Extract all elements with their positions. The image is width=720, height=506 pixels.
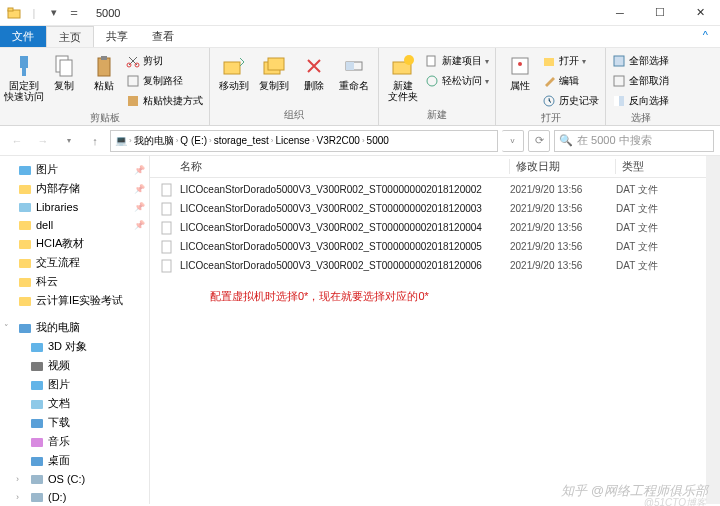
svg-rect-1 — [8, 8, 13, 11]
back-button[interactable]: ← — [6, 130, 28, 152]
expand-icon[interactable]: › — [16, 474, 19, 484]
file-icon — [160, 259, 174, 273]
ribbon-collapse-button[interactable]: ^ — [691, 26, 720, 47]
bc-pc-icon[interactable]: 💻 — [115, 135, 127, 146]
qat-dropdown-icon[interactable]: ▾ — [46, 5, 62, 21]
svg-rect-37 — [19, 324, 31, 333]
col-name[interactable]: 名称 — [150, 159, 510, 174]
svg-rect-19 — [427, 56, 435, 66]
file-list[interactable]: LICOceanStorDorado5000V3_V300R002_ST0000… — [150, 178, 706, 277]
paste-button[interactable]: 粘贴 — [86, 50, 122, 110]
selectnone-button[interactable]: 全部取消 — [612, 72, 669, 90]
group-new-label: 新建 — [385, 107, 489, 123]
bc-segment[interactable]: 5000 — [367, 135, 389, 146]
svg-rect-30 — [19, 185, 31, 194]
expand-icon[interactable]: › — [16, 492, 19, 502]
svg-rect-40 — [31, 381, 43, 390]
copyto-button[interactable]: 复制到 — [256, 50, 292, 107]
nav-item[interactable]: 内部存储 — [0, 179, 149, 198]
invert-button[interactable]: 反向选择 — [612, 92, 669, 110]
easyaccess-button[interactable]: 轻松访问▾ — [425, 72, 489, 90]
column-headers[interactable]: 名称 修改日期 类型 — [150, 156, 706, 178]
nav-item[interactable]: ›OS (C:) — [0, 470, 149, 488]
open-button[interactable]: 打开▾ — [542, 52, 599, 70]
nav-item[interactable]: ›(D:) — [0, 488, 149, 504]
bc-dropdown-button[interactable]: v — [502, 130, 524, 152]
cut-button[interactable]: 剪切 — [126, 52, 203, 70]
tab-share[interactable]: 共享 — [94, 26, 140, 47]
col-date[interactable]: 修改日期 — [510, 159, 616, 174]
bc-segment[interactable]: storage_test — [214, 135, 269, 146]
file-icon — [160, 183, 174, 197]
file-row[interactable]: LICOceanStorDorado5000V3_V300R002_ST0000… — [150, 199, 706, 218]
ribbon: 固定到 快速访问 复制 粘贴 剪切 复制路径 粘贴快捷方式 剪贴板 移动到 复制… — [0, 48, 720, 126]
delete-button[interactable]: 删除 — [296, 50, 332, 107]
minimize-button[interactable]: ─ — [600, 0, 640, 26]
bc-segment[interactable]: V3R2C00 — [317, 135, 360, 146]
nav-pane[interactable]: 图片内部存储LibrariesdellHCIA教材交互流程科云云计算IE实验考试… — [0, 156, 150, 504]
pasteshortcut-button[interactable]: 粘贴快捷方式 — [126, 92, 203, 110]
window-title: 5000 — [88, 7, 600, 19]
nav-item[interactable]: 下载 — [0, 413, 149, 432]
col-type[interactable]: 类型 — [616, 159, 680, 174]
edit-button[interactable]: 编辑 — [542, 72, 599, 90]
file-icon — [160, 202, 174, 216]
address-bar: ← → ▾ ↑ 💻›我的电脑›Q (E:)›storage_test›Licen… — [0, 126, 720, 156]
tab-home[interactable]: 主页 — [46, 26, 94, 47]
nav-item[interactable]: 图片 — [0, 375, 149, 394]
nav-item[interactable]: 科云 — [0, 272, 149, 291]
file-row[interactable]: LICOceanStorDorado5000V3_V300R002_ST0000… — [150, 237, 706, 256]
refresh-button[interactable]: ⟳ — [528, 130, 550, 152]
search-icon: 🔍 — [559, 134, 573, 147]
folder-icon — [18, 237, 32, 251]
nav-item[interactable]: Libraries — [0, 198, 149, 216]
bc-segment[interactable]: 我的电脑 — [134, 134, 174, 148]
newitem-button[interactable]: 新建项目▾ — [425, 52, 489, 70]
nav-item[interactable]: 交互流程 — [0, 253, 149, 272]
rename-button[interactable]: 重命名 — [336, 50, 372, 107]
pc-icon — [18, 321, 32, 335]
vid-icon — [30, 359, 44, 373]
file-row[interactable]: LICOceanStorDorado5000V3_V300R002_ST0000… — [150, 180, 706, 199]
history-button[interactable]: 历史记录 — [542, 92, 599, 110]
close-button[interactable]: ✕ — [680, 0, 720, 26]
search-input[interactable]: 🔍在 5000 中搜索 — [554, 130, 714, 152]
nav-item[interactable]: 桌面 — [0, 451, 149, 470]
svg-rect-32 — [19, 221, 31, 230]
newfolder-button[interactable]: 新建 文件夹 — [385, 50, 421, 107]
file-row[interactable]: LICOceanStorDorado5000V3_V300R002_ST0000… — [150, 256, 706, 275]
file-icon — [160, 240, 174, 254]
scrollbar-vertical[interactable] — [706, 156, 720, 504]
nav-item[interactable]: 视频 — [0, 356, 149, 375]
svg-rect-7 — [101, 56, 107, 60]
copy-button[interactable]: 复制 — [46, 50, 82, 110]
file-row[interactable]: LICOceanStorDorado5000V3_V300R002_ST0000… — [150, 218, 706, 237]
nav-item[interactable]: 文档 — [0, 394, 149, 413]
selectall-button[interactable]: 全部选择 — [612, 52, 669, 70]
bc-segment[interactable]: License — [275, 135, 309, 146]
up-button[interactable]: ↑ — [84, 130, 106, 152]
nav-item[interactable]: dell — [0, 216, 149, 234]
nav-item[interactable]: 音乐 — [0, 432, 149, 451]
nav-item[interactable]: 云计算IE实验考试 — [0, 291, 149, 310]
nav-item[interactable]: 3D 对象 — [0, 337, 149, 356]
bc-segment[interactable]: Q (E:) — [180, 135, 207, 146]
expand-icon[interactable]: ˅ — [4, 323, 9, 333]
nav-item[interactable]: ˅我的电脑 — [0, 318, 149, 337]
svg-rect-3 — [22, 68, 26, 76]
qat-eq-icon[interactable]: = — [66, 5, 82, 21]
recent-button[interactable]: ▾ — [58, 130, 80, 152]
moveto-button[interactable]: 移动到 — [216, 50, 252, 107]
tab-file[interactable]: 文件 — [0, 26, 46, 47]
maximize-button[interactable]: ☐ — [640, 0, 680, 26]
copypath-button[interactable]: 复制路径 — [126, 72, 203, 90]
svg-rect-11 — [128, 96, 138, 106]
folder-icon — [18, 182, 32, 196]
nav-item[interactable]: HCIA教材 — [0, 234, 149, 253]
pin-button[interactable]: 固定到 快速访问 — [6, 50, 42, 110]
nav-item[interactable]: 图片 — [0, 160, 149, 179]
properties-button[interactable]: 属性 — [502, 50, 538, 110]
breadcrumb[interactable]: 💻›我的电脑›Q (E:)›storage_test›License›V3R2C… — [110, 130, 498, 152]
tab-view[interactable]: 查看 — [140, 26, 186, 47]
forward-button[interactable]: → — [32, 130, 54, 152]
